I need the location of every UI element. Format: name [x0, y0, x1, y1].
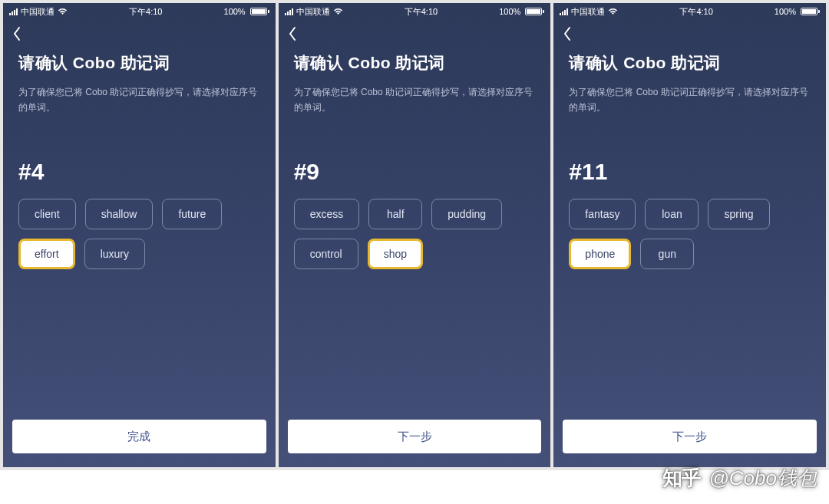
status-bar: 中国联通 下午4:10 100%	[279, 3, 551, 18]
word-options: fantasy loan spring phone gun	[569, 199, 811, 269]
word-option[interactable]: excess	[294, 199, 360, 229]
word-option[interactable]: spring	[708, 199, 769, 229]
word-index-label: #9	[294, 159, 536, 185]
word-index-label: #11	[569, 159, 811, 185]
word-option-selected[interactable]: shop	[368, 239, 423, 269]
battery-icon	[523, 8, 544, 15]
clock-label: 下午4:10	[129, 6, 162, 18]
nav-bar	[3, 18, 276, 49]
carrier-label: 中国联通	[571, 6, 605, 18]
word-option[interactable]: luxury	[84, 239, 145, 269]
word-option[interactable]: client	[18, 199, 76, 229]
next-button[interactable]: 下一步	[563, 420, 817, 453]
signal-icon	[560, 8, 568, 15]
word-option-selected[interactable]: effort	[18, 239, 75, 269]
nav-bar	[553, 18, 826, 49]
next-button[interactable]: 下一步	[288, 420, 542, 453]
word-option[interactable]: pudding	[431, 199, 502, 229]
word-option-selected[interactable]: phone	[569, 239, 631, 269]
phone-screen-3: 中国联通 下午4:10 100% 请确认 Cobo 助记词 为了确保您已将 Co…	[553, 3, 826, 467]
battery-pct-label: 100%	[499, 7, 520, 16]
page-title: 请确认 Cobo 助记词	[18, 52, 260, 74]
back-button[interactable]	[563, 26, 572, 41]
word-options: excess half pudding control shop	[294, 199, 536, 269]
phone-screen-1: 中国联通 下午4:10 100% 请确认 Cobo 助记词 为了确保您已将 Co…	[3, 3, 276, 467]
battery-icon	[799, 8, 820, 15]
word-option[interactable]: future	[162, 199, 222, 229]
word-option[interactable]: half	[368, 199, 422, 229]
word-option[interactable]: control	[294, 239, 358, 269]
word-option[interactable]: fantasy	[569, 199, 636, 229]
word-options: client shallow future effort luxury	[18, 199, 260, 269]
signal-icon	[9, 8, 18, 15]
phone-screen-2: 中国联通 下午4:10 100% 请确认 Cobo 助记词 为了确保您已将 Co…	[279, 3, 551, 467]
back-button[interactable]	[12, 26, 21, 41]
screenshot-triptych: 中国联通 下午4:10 100% 请确认 Cobo 助记词 为了确保您已将 Co…	[0, 0, 829, 470]
battery-pct-label: 100%	[775, 7, 796, 16]
battery-pct-label: 100%	[224, 7, 246, 16]
wifi-icon	[608, 8, 618, 15]
wifi-icon	[333, 8, 343, 15]
page-title: 请确认 Cobo 助记词	[294, 52, 536, 74]
wifi-icon	[58, 8, 68, 15]
carrier-label: 中国联通	[296, 6, 330, 18]
status-bar: 中国联通 下午4:10 100%	[3, 3, 276, 18]
word-index-label: #4	[18, 159, 260, 185]
clock-label: 下午4:10	[679, 6, 712, 18]
page-title: 请确认 Cobo 助记词	[569, 52, 811, 74]
page-subtitle: 为了确保您已将 Cobo 助记词正确得抄写，请选择对应序号的单词。	[18, 84, 260, 116]
page-subtitle: 为了确保您已将 Cobo 助记词正确得抄写，请选择对应序号的单词。	[569, 84, 811, 116]
clock-label: 下午4:10	[405, 6, 438, 18]
nav-bar	[279, 18, 551, 49]
back-button[interactable]	[288, 26, 297, 41]
carrier-label: 中国联通	[21, 6, 54, 18]
word-option[interactable]: gun	[640, 239, 694, 269]
battery-icon	[249, 8, 269, 15]
page-subtitle: 为了确保您已将 Cobo 助记词正确得抄写，请选择对应序号的单词。	[294, 84, 536, 116]
status-bar: 中国联通 下午4:10 100%	[553, 3, 826, 18]
signal-icon	[285, 8, 293, 15]
word-option[interactable]: loan	[645, 199, 699, 229]
word-option[interactable]: shallow	[85, 199, 154, 229]
finish-button[interactable]: 完成	[12, 420, 266, 453]
zhihu-logo: 知乎	[661, 469, 702, 489]
